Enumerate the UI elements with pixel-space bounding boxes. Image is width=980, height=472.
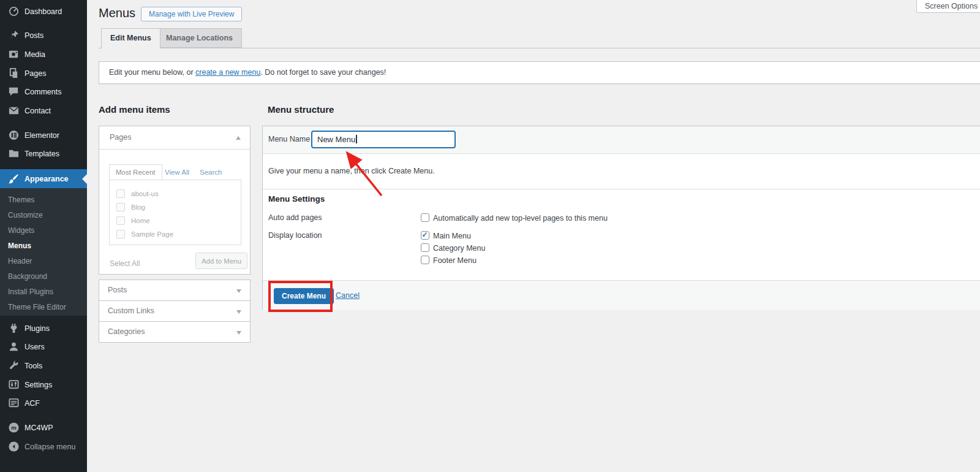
posts-accordion-header[interactable]: Posts bbox=[99, 280, 251, 301]
wrench-icon bbox=[8, 360, 20, 371]
sidebar-item-contact[interactable]: Contact bbox=[0, 101, 87, 120]
list-item-sample-page: Sample Page bbox=[110, 227, 241, 241]
sidebar-item-templates[interactable]: Templates bbox=[0, 144, 87, 163]
checkbox-main-menu[interactable] bbox=[421, 231, 429, 240]
list-item-blog: Blog bbox=[110, 200, 241, 214]
cancel-link[interactable]: Cancel bbox=[336, 281, 360, 311]
plug-icon bbox=[8, 322, 20, 334]
notice-text: Edit your menu below, or bbox=[109, 68, 195, 77]
main-menu-label: Main Menu bbox=[433, 232, 471, 240]
menu-name-input[interactable]: New Menu bbox=[311, 131, 456, 148]
svg-text:m: m bbox=[11, 424, 16, 431]
sidebar-item-users[interactable]: Users bbox=[0, 337, 87, 356]
user-icon bbox=[8, 341, 20, 352]
display-location-label: Display location bbox=[268, 231, 322, 240]
pages-checklist: about-us Blog Home Sample Page bbox=[109, 180, 241, 245]
sidebar-item-widgets[interactable]: Widgets bbox=[0, 223, 87, 238]
sidebar-item-header[interactable]: Header bbox=[0, 253, 87, 268]
sidebar-item-settings[interactable]: Settings bbox=[0, 375, 87, 394]
checkbox-home[interactable] bbox=[116, 216, 125, 225]
tab-search[interactable]: Search bbox=[200, 164, 222, 180]
chevron-down-icon bbox=[236, 310, 241, 314]
elementor-icon bbox=[8, 129, 20, 141]
sliders-icon bbox=[8, 379, 20, 390]
add-menu-items-heading: Add menu items bbox=[99, 104, 170, 115]
envelope-icon bbox=[8, 105, 20, 116]
edit-menu-notice: Edit your menu below, or create a new me… bbox=[99, 61, 980, 84]
current-menu-arrow bbox=[82, 174, 87, 184]
sidebar-item-acf[interactable]: ACF bbox=[0, 394, 87, 413]
list-item-home: Home bbox=[110, 214, 241, 227]
screen-options-toggle[interactable]: Screen Options bbox=[916, 0, 980, 13]
checkbox-sample-page[interactable] bbox=[116, 230, 125, 238]
checkbox-category-menu[interactable] bbox=[421, 243, 429, 252]
category-menu-label: Category Menu bbox=[433, 244, 485, 253]
sidebar-item-pages[interactable]: Pages bbox=[0, 64, 87, 83]
sidebar-item-customize[interactable]: Customize bbox=[0, 207, 87, 223]
pushpin-icon bbox=[8, 29, 20, 41]
auto-add-pages-option-label: Automatically add new top-level pages to… bbox=[433, 214, 608, 223]
tab-edit-menus[interactable]: Edit Menus bbox=[101, 28, 160, 48]
sidebar-item-mc4wp[interactable]: m MC4WP bbox=[0, 418, 87, 437]
sidebar-item-posts[interactable]: Posts bbox=[0, 26, 87, 45]
tab-most-recent[interactable]: Most Recent bbox=[109, 164, 162, 180]
sidebar-item-tools[interactable]: Tools bbox=[0, 356, 87, 375]
helper-row: Give your menu a name, then click Create… bbox=[263, 154, 980, 189]
categories-accordion-header[interactable]: Categories bbox=[99, 321, 251, 343]
folder-icon bbox=[8, 148, 20, 159]
select-all-link[interactable]: Select All bbox=[110, 256, 140, 271]
tab-manage-locations[interactable]: Manage Locations bbox=[157, 28, 242, 48]
chevron-down-icon bbox=[236, 289, 241, 293]
collapse-arrow-icon bbox=[8, 441, 20, 452]
checkbox-footer-menu[interactable] bbox=[421, 256, 429, 264]
sidebar-item-comments[interactable]: Comments bbox=[0, 82, 87, 101]
sidebar-item-menus[interactable]: Menus bbox=[0, 238, 87, 253]
custom-links-accordion-header[interactable]: Custom Links bbox=[99, 300, 251, 322]
dashboard-icon bbox=[8, 6, 20, 17]
sidebar-item-collapse-menu[interactable]: Collapse menu bbox=[0, 437, 87, 456]
auto-add-pages-label: Auto add pages bbox=[268, 213, 322, 222]
page-title: Menus bbox=[99, 6, 135, 20]
wordpress-admin-page: Dashboard Posts Media Pages Comments Con… bbox=[0, 0, 980, 472]
paintbrush-icon bbox=[8, 173, 20, 185]
list-item-about-us: about-us bbox=[110, 187, 241, 200]
menu-structure-card: Menu Name New Menu Give your menu a name… bbox=[262, 126, 980, 310]
admin-sidebar: Dashboard Posts Media Pages Comments Con… bbox=[0, 0, 87, 472]
sidebar-item-install-plugins[interactable]: Install Plugins bbox=[0, 284, 87, 299]
text-caret bbox=[356, 135, 357, 143]
helper-text: Give your menu a name, then click Create… bbox=[268, 154, 435, 188]
footer-menu-label: Footer Menu bbox=[433, 256, 477, 265]
checkbox-auto-add-pages[interactable] bbox=[421, 213, 429, 222]
sidebar-item-plugins[interactable]: Plugins bbox=[0, 319, 87, 338]
menu-name-label: Menu Name bbox=[268, 126, 310, 153]
add-to-menu-button[interactable]: Add to Menu bbox=[195, 253, 247, 269]
tab-bar-border bbox=[99, 48, 980, 48]
card-footer: Create Menu Cancel bbox=[263, 280, 980, 310]
menu-settings-heading: Menu Settings bbox=[268, 194, 325, 204]
chevron-up-icon bbox=[236, 136, 241, 140]
create-new-menu-link[interactable]: create a new menu bbox=[195, 68, 260, 77]
sidebar-item-appearance[interactable]: Appearance bbox=[0, 169, 87, 188]
sidebar-item-dashboard[interactable]: Dashboard bbox=[0, 2, 87, 21]
menu-structure-heading: Menu structure bbox=[268, 104, 334, 115]
manage-with-live-preview-button[interactable]: Manage with Live Preview bbox=[141, 7, 242, 21]
create-menu-button[interactable]: Create Menu bbox=[274, 288, 334, 304]
sidebar-item-themes[interactable]: Themes bbox=[0, 192, 87, 207]
pages-accordion-title: Pages bbox=[110, 126, 131, 149]
media-icon bbox=[8, 48, 20, 60]
sidebar-item-background[interactable]: Background bbox=[0, 268, 87, 284]
comment-bubble-icon bbox=[8, 86, 20, 97]
menu-name-bar: Menu Name New Menu bbox=[263, 126, 980, 154]
sidebar-item-theme-file-editor[interactable]: Theme File Editor bbox=[0, 299, 87, 314]
mc4wp-icon: m bbox=[8, 422, 20, 433]
notice-text-suffix: . Do not forget to save your changes! bbox=[260, 68, 386, 77]
pages-accordion-panel: Pages Most Recent View All Search about-… bbox=[99, 126, 251, 275]
sidebar-item-media[interactable]: Media bbox=[0, 45, 87, 64]
tab-view-all[interactable]: View All bbox=[165, 164, 189, 180]
checkbox-blog[interactable] bbox=[116, 203, 125, 211]
pages-accordion-header[interactable]: Pages bbox=[99, 126, 250, 150]
checkbox-about-us[interactable] bbox=[116, 189, 125, 198]
chevron-down-icon bbox=[236, 331, 241, 335]
sidebar-item-elementor[interactable]: Elementor bbox=[0, 126, 87, 145]
acf-icon bbox=[8, 397, 20, 409]
